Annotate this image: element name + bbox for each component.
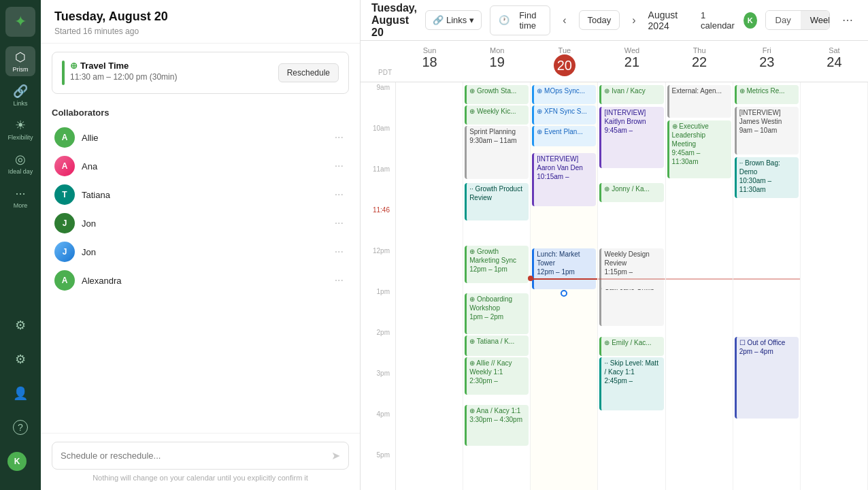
collaborator-jon1[interactable]: J Jon ···	[52, 209, 349, 238]
collaborator-more-ana[interactable]: ···	[332, 160, 346, 172]
time-11am: 11am	[361, 164, 396, 205]
collaborator-allie[interactable]: A Allie ···	[52, 123, 349, 152]
event-growth-marketing-sync[interactable]: ⊕ Growth Marketing Sync12pm – 1pm	[465, 246, 529, 283]
sidebar-help[interactable]: ?	[5, 412, 35, 442]
sidebar-avatar[interactable]: K	[5, 446, 35, 476]
event-lunch-market-tower[interactable]: Lunch: Market Tower12pm – 1pm	[532, 248, 596, 289]
collaborator-ana[interactable]: A Ana ···	[52, 152, 349, 180]
day-view-button[interactable]: Day	[766, 11, 801, 29]
collaborators-section: Collaborators A Allie ··· A Ana ··· T Ta…	[41, 102, 360, 300]
calendar-user-avatar: K	[744, 12, 757, 29]
chat-hint: Nothing will change on your calendar unt…	[52, 474, 349, 482]
sidebar-item-prism[interactable]: ⬡ Prism	[5, 46, 35, 76]
week-view-button[interactable]: Week	[801, 11, 830, 29]
event-interview-james[interactable]: [INTERVIEW] James Westin9am – 10am	[735, 107, 799, 154]
event-xfn-sync[interactable]: ⊕ XFN Sync S...	[532, 105, 596, 125]
event-icon: ··	[604, 359, 608, 367]
left-panel: Tuesday, August 20 Started 16 minutes ag…	[41, 0, 361, 490]
month-label: August 2024	[648, 10, 692, 31]
collaborator-more-allie[interactable]: ···	[332, 131, 346, 144]
current-time-wed	[598, 278, 665, 280]
event-growth-product-review[interactable]: ·· Growth Product Review	[465, 183, 529, 220]
event-icon: ⊕	[469, 248, 475, 255]
event-mops-sync[interactable]: ⊕ MOps Sync...	[532, 85, 596, 104]
next-button[interactable]: ›	[628, 12, 639, 29]
panel-header: Tuesday, August 20 Started 16 minutes ag…	[41, 0, 360, 44]
event-weekly-design-review[interactable]: Weekly Design Review1:15pm –	[599, 248, 663, 289]
travel-card: ⊕ Travel Time 11:30 am – 12:00 pm (30min…	[52, 52, 349, 94]
event-tatiana-k[interactable]: ⊕ Tatiana / K...	[465, 336, 529, 356]
event-exec-leadership[interactable]: ⊕ Executive Leadership Meeting9:45am – 1…	[667, 120, 731, 178]
collaborator-more-jon2[interactable]: ···	[332, 246, 346, 258]
sidebar-item-links[interactable]: 🔗 Links	[5, 80, 35, 110]
event-weekly-kic[interactable]: ⊕ Weekly Kic...	[465, 105, 529, 125]
collaborator-more-tatiana[interactable]: ···	[332, 189, 346, 201]
collaborator-name-alexandra: Alexandra	[82, 276, 332, 286]
calendar-grid: 9am 10am 11am 11:46 12pm 1pm 2pm 3pm 4pm…	[361, 82, 868, 490]
day-header-sat: Sat 24	[801, 41, 868, 82]
collaborator-name-tatiana: Tatiana	[82, 190, 332, 200]
logo[interactable]: ✦	[5, 7, 35, 37]
travel-card-title: ⊕ Travel Time	[70, 61, 177, 71]
topbar-more-button[interactable]: ⋯	[838, 11, 857, 29]
find-time-button[interactable]: 🕐 Find time	[490, 5, 550, 35]
time-3pm: 3pm	[361, 368, 396, 409]
avatar-allie: A	[54, 127, 75, 148]
event-growth-sta[interactable]: ⊕ Growth Sta...	[465, 85, 529, 104]
collaborator-jon2[interactable]: J Jon ···	[52, 238, 349, 266]
time-column: 9am 10am 11am 11:46 12pm 1pm 2pm 3pm 4pm…	[361, 82, 396, 490]
event-onboarding-workshop[interactable]: ⊕ Onboarding Workshop1pm – 2pm	[465, 293, 529, 334]
collaborator-more-jon1[interactable]: ···	[332, 217, 346, 229]
time-2pm: 2pm	[361, 327, 396, 368]
collaborator-tatiana[interactable]: T Tatiana ···	[52, 180, 349, 209]
pdt-label: PDT	[361, 41, 396, 82]
today-button[interactable]: Today	[579, 10, 620, 30]
event-out-of-office[interactable]: ☐ Out of Office2pm – 4pm	[735, 337, 799, 419]
event-ana-kacy[interactable]: ⊕ Ana / Kacy 1:13:30pm – 4:30pm	[465, 405, 529, 446]
event-jonny-ka[interactable]: ⊕ Jonny / Ka...	[599, 183, 663, 202]
sidebar-user[interactable]: 👤	[5, 378, 35, 408]
event-external-agen[interactable]: External: Agen...	[667, 85, 731, 118]
collaborator-name-jon1: Jon	[82, 218, 332, 229]
chat-input[interactable]	[61, 451, 331, 461]
logo-icon: ✦	[14, 13, 27, 31]
current-time-line	[531, 278, 597, 280]
event-skip-level[interactable]: ·· Skip Level: Matt / Kacy 1:12:45pm –	[599, 357, 663, 410]
prev-button[interactable]: ‹	[558, 12, 570, 29]
reschedule-button[interactable]: Reschedule	[278, 63, 339, 82]
event-icon: ⊕	[537, 108, 542, 115]
sidebar-item-flexibility[interactable]: ☀ Flexibility	[5, 114, 35, 144]
day-header-wed: Wed 21	[598, 41, 665, 82]
event-event-plan[interactable]: ⊕ Event Plan...	[532, 126, 596, 146]
sidebar-item-more[interactable]: ··· More	[5, 182, 35, 212]
day-col-fri: Kacy B OOO 2:0... ⊕ Metrics Re... [INTER…	[733, 82, 801, 490]
clock-icon: 🕐	[499, 15, 510, 25]
event-brown-bag[interactable]: ·· Brown Bag: Demo10:30am – 11:30am	[735, 157, 799, 198]
travel-card-time: 11:30 am – 12:00 pm (30min)	[70, 72, 177, 82]
event-emily-kac[interactable]: ⊕ Emily / Kac...	[599, 337, 663, 356]
travel-card-info: ⊕ Travel Time 11:30 am – 12:00 pm (30min…	[70, 61, 177, 82]
event-interview-kaitlyn[interactable]: [INTERVIEW] Kaitlyn Brown9:45am –	[599, 107, 663, 168]
links-button[interactable]: 🔗 Links ▾	[425, 10, 482, 30]
chat-send-button[interactable]: ➤	[331, 449, 340, 462]
collaborator-more-alexandra[interactable]: ···	[332, 274, 346, 287]
links-icon: 🔗	[13, 84, 28, 99]
sidebar-settings2[interactable]: ⚙	[5, 344, 35, 374]
day-headers: PDT Sun 18 Mon 19 Tue 20 Wed 21 Thu 22 F…	[361, 41, 868, 82]
event-icon: ⊕	[604, 87, 610, 95]
event-interview-aaron[interactable]: [INTERVIEW] Aaron Van Den10:15am –	[532, 153, 596, 206]
sidebar-item-ideal-day[interactable]: ◎ Ideal day	[5, 148, 35, 178]
event-metrics-re[interactable]: ⊕ Metrics Re...	[735, 85, 799, 104]
event-sprint-planning[interactable]: Sprint Planning9:30am – 11am	[465, 126, 529, 179]
user-avatar: K	[7, 452, 27, 471]
event-allie-kacy-weekly[interactable]: ⊕ Allie // Kacy Weekly 1:12:30pm –	[465, 357, 529, 395]
time-4pm: 4pm	[361, 409, 396, 450]
event-icon: ⊕	[469, 87, 475, 95]
calendar-count: 1 calendar	[701, 10, 735, 31]
event-ivan-kacy[interactable]: ⊕ Ivan / Kacy	[599, 85, 663, 104]
event-icon: ⊕	[469, 359, 475, 367]
collaborator-alexandra[interactable]: A Alexandra ···	[52, 266, 349, 295]
panel-subtitle: Started 16 minutes ago	[54, 27, 346, 36]
sidebar-settings1[interactable]: ⚙	[5, 310, 35, 340]
day-col-sat	[801, 82, 868, 490]
